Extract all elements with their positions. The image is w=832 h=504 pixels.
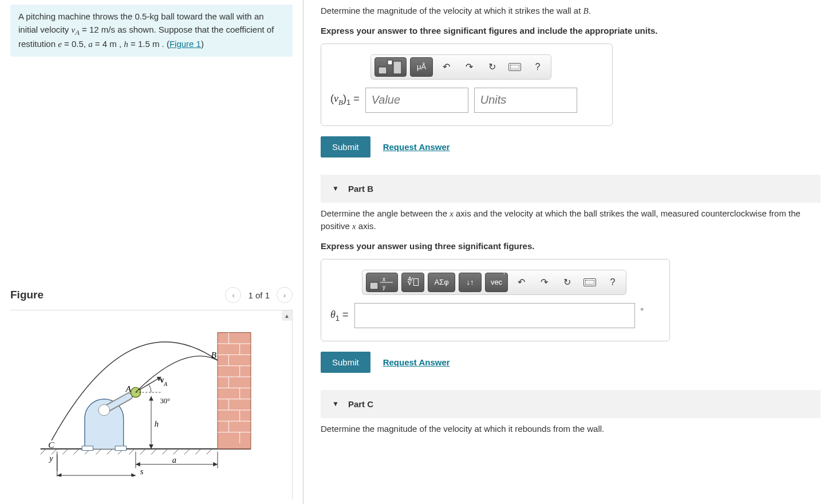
svg-line-4 (74, 449, 80, 455)
submit-button[interactable]: Submit (321, 352, 370, 373)
svg-rect-60 (370, 282, 378, 289)
svg-rect-17 (218, 333, 251, 449)
part-c-title: Part C (348, 399, 373, 409)
part-b-toolbar: xy ∜ ΑΣφ ↓↑ ›vec ↶ ↷ ↻ ? (362, 270, 626, 295)
svg-line-6 (96, 449, 101, 455)
label-A: A (125, 384, 132, 393)
degree-unit: ° (641, 306, 644, 316)
part-b-variable: θ1 = (330, 309, 349, 322)
part-b-instruction: Express your answer using three signific… (321, 241, 821, 259)
figure-prev-button[interactable]: ‹ (225, 287, 241, 303)
svg-rect-38 (115, 446, 126, 451)
svg-line-11 (151, 449, 157, 455)
label-vA: vA (160, 376, 167, 387)
svg-line-9 (129, 449, 135, 455)
part-b-question: Determine the angle between the x axis a… (321, 203, 821, 241)
figure-counter: 1 of 1 (248, 290, 270, 300)
svg-marker-54 (131, 473, 136, 477)
sqrt-button[interactable]: ∜ (401, 273, 424, 292)
part-a-question: Determine the magnitude of the velocity … (321, 0, 821, 26)
label-C: C (48, 440, 54, 450)
svg-line-3 (62, 449, 68, 455)
figure-title: Figure (10, 289, 44, 301)
angle-input[interactable] (354, 303, 635, 328)
var-h: h (124, 40, 128, 49)
request-answer-link[interactable]: Request Answer (383, 142, 450, 152)
collapse-icon: ▼ (332, 184, 339, 192)
part-b-header[interactable]: ▼ Part B (321, 175, 821, 203)
problem-text: = 4 m , (93, 39, 124, 49)
var-a: a (88, 40, 93, 49)
svg-rect-57 (378, 67, 387, 74)
keyboard-button[interactable] (580, 273, 600, 292)
problem-text: = 0.5, (62, 39, 88, 49)
label-h: h (155, 419, 159, 428)
value-input[interactable] (365, 88, 468, 113)
label-y: y (48, 454, 53, 463)
problem-statement: A pitching machine throws the 0.5-kg bal… (10, 5, 293, 57)
keyboard-button[interactable] (505, 57, 525, 77)
svg-line-14 (184, 449, 190, 455)
undo-button[interactable]: ↶ (511, 273, 531, 292)
part-b-answer-box: xy ∜ ΑΣφ ↓↑ ›vec ↶ ↷ ↻ ? θ1 = ° (321, 259, 670, 341)
subscript-button[interactable]: ↓↑ (459, 273, 482, 292)
part-a-answer-box: μÅ ↶ ↷ ↻ ? (vB)1 = (321, 44, 613, 126)
label-B: B (211, 350, 216, 360)
reset-button[interactable]: ↻ (482, 57, 502, 77)
figure-next-button[interactable]: › (277, 287, 293, 303)
var-vA-sub: A (75, 29, 80, 37)
template-button[interactable]: xy (366, 273, 398, 292)
part-a-toolbar: μÅ ↶ ↷ ↻ ? (370, 54, 551, 80)
part-c-question: Determine the magnitude of the velocity … (321, 418, 821, 436)
submit-button[interactable]: Submit (321, 136, 370, 158)
part-a-instruction: Express your answer to three significant… (321, 26, 821, 44)
svg-marker-45 (149, 396, 153, 401)
svg-rect-37 (82, 446, 93, 451)
svg-line-7 (107, 449, 113, 455)
request-answer-link[interactable]: Request Answer (383, 357, 450, 367)
svg-line-12 (162, 449, 168, 455)
svg-line-13 (174, 449, 179, 455)
collapse-icon: ▼ (332, 400, 339, 408)
help-button[interactable]: ? (528, 57, 547, 77)
svg-marker-53 (57, 473, 62, 477)
svg-line-16 (207, 449, 212, 455)
svg-text:x: x (383, 276, 385, 282)
svg-rect-59 (393, 61, 401, 74)
problem-text: ) (201, 39, 204, 49)
keyboard-icon (583, 278, 596, 286)
vector-button[interactable]: ›vec (485, 273, 508, 292)
svg-rect-58 (388, 60, 392, 65)
label-s: s (140, 467, 144, 476)
svg-marker-49 (213, 462, 218, 467)
help-button[interactable]: ? (603, 273, 622, 292)
figure-link[interactable]: Figure 1 (169, 39, 201, 49)
scroll-up-button[interactable]: ▲ (282, 310, 292, 321)
reset-button[interactable]: ↻ (557, 273, 577, 292)
label-angle: 30° (160, 397, 170, 405)
redo-button[interactable]: ↷ (534, 273, 554, 292)
greek-button[interactable]: ΑΣφ (428, 273, 455, 292)
svg-line-15 (195, 449, 201, 455)
keyboard-icon (508, 63, 521, 71)
part-b-title: Part B (348, 184, 373, 194)
svg-point-39 (98, 404, 109, 415)
svg-marker-46 (149, 444, 153, 449)
units-input[interactable] (474, 88, 577, 113)
part-a-variable: (vB)1 = (330, 93, 360, 107)
undo-button[interactable]: ↶ (436, 57, 456, 77)
units-button[interactable]: μÅ (410, 57, 433, 77)
figure-diagram: A B C vA 30° h a s y (10, 310, 292, 477)
part-c-header[interactable]: ▼ Part C (321, 390, 821, 418)
template-button[interactable] (374, 57, 407, 77)
label-a: a (172, 455, 176, 464)
figure-pane: ▲ (10, 310, 293, 499)
svg-line-10 (140, 449, 146, 455)
svg-marker-48 (136, 462, 140, 467)
var-e: e (58, 40, 62, 49)
problem-text: = 1.5 m . ( (128, 39, 169, 49)
svg-text:y: y (383, 284, 385, 290)
svg-line-1 (41, 449, 46, 455)
redo-button[interactable]: ↷ (459, 57, 479, 77)
